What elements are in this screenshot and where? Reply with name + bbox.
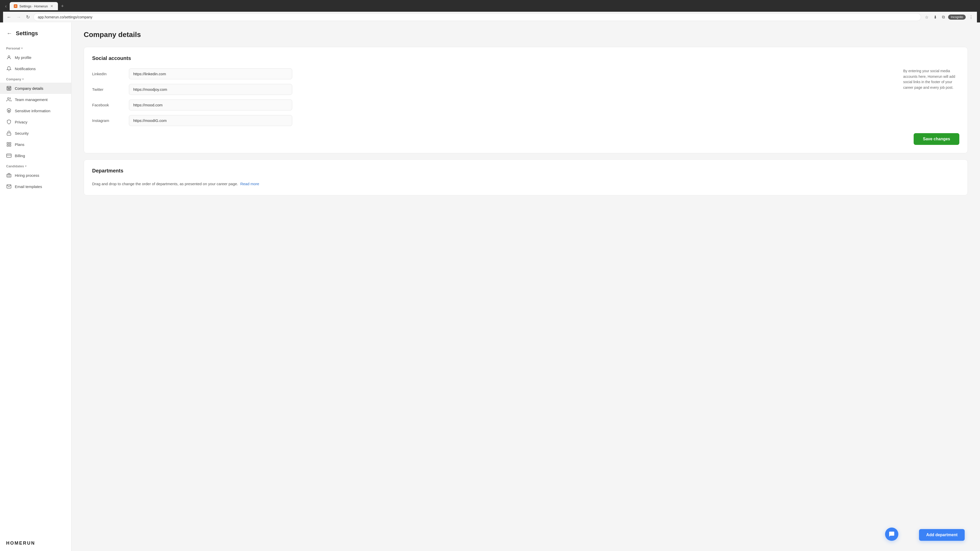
- candidates-section-label: Candidates ▾: [0, 161, 71, 170]
- sidebar-header: ← Settings: [0, 22, 71, 43]
- company-chevron: ▾: [22, 78, 24, 81]
- url-text: app.homerun.co/settings/company: [38, 15, 917, 19]
- grid-icon: [6, 141, 12, 147]
- tab-close-btn[interactable]: ✕: [50, 4, 54, 8]
- sidebar-item-team-management[interactable]: Team management: [0, 94, 71, 105]
- incognito-badge[interactable]: Incognito: [948, 14, 966, 20]
- add-department-button[interactable]: Add department: [919, 529, 965, 541]
- social-accounts-title: Social accounts: [92, 56, 959, 61]
- sidebar-item-security[interactable]: Security: [0, 127, 71, 139]
- tab-title: Settings · Homerun: [19, 4, 48, 8]
- company-section-label: Company ▾: [0, 74, 71, 83]
- candidates-chevron: ▾: [25, 165, 27, 168]
- sidebar-item-hiring-process[interactable]: Hiring process: [0, 170, 71, 181]
- active-tab[interactable]: H Settings · Homerun ✕: [10, 2, 58, 10]
- person-icon: [6, 55, 12, 60]
- address-bar[interactable]: app.homerun.co/settings/company: [33, 13, 921, 21]
- social-hint: By entering your social media accounts h…: [903, 68, 959, 126]
- departments-title: Departments: [92, 168, 959, 174]
- chat-button[interactable]: [885, 527, 898, 541]
- credit-card-icon: [6, 153, 12, 159]
- briefcase-icon: [6, 172, 12, 178]
- twitter-row: Twitter: [92, 84, 897, 95]
- forward-nav-btn[interactable]: →: [15, 14, 22, 21]
- departments-description: Drag and drop to change the order of dep…: [92, 181, 959, 187]
- people-icon: [6, 97, 12, 102]
- svg-point-0: [8, 56, 10, 57]
- browser-chrome: ‹ H Settings · Homerun ✕ + ← → ↻ app.hom…: [0, 0, 980, 22]
- social-accounts-form: LinkedIn Twitter Facebook Instagram: [92, 68, 959, 126]
- homerun-logo: HOMERUN: [0, 535, 71, 548]
- facebook-row: Facebook: [92, 100, 897, 110]
- twitter-label: Twitter: [92, 87, 123, 92]
- svg-rect-12: [7, 174, 11, 177]
- svg-rect-9: [10, 145, 11, 146]
- sidebar-item-plans[interactable]: Plans: [0, 139, 71, 150]
- social-accounts-card: Social accounts LinkedIn Twitter Faceboo…: [84, 47, 968, 153]
- instagram-row: Instagram: [92, 115, 897, 126]
- facebook-label: Facebook: [92, 103, 123, 107]
- bookmark-btn[interactable]: ☆: [923, 14, 930, 21]
- building-icon: [6, 86, 12, 91]
- split-view-btn[interactable]: ⧉: [940, 14, 947, 21]
- shield-lock-icon: [6, 108, 12, 114]
- tab-prev-btn[interactable]: ‹: [3, 3, 9, 10]
- svg-rect-6: [7, 143, 9, 144]
- sidebar-item-billing[interactable]: Billing: [0, 150, 71, 161]
- twitter-input[interactable]: [129, 84, 292, 95]
- back-button[interactable]: ←: [6, 30, 13, 37]
- personal-chevron: ▾: [21, 47, 23, 50]
- sidebar: ← Settings Personal ▾ My profile Notific…: [0, 22, 72, 551]
- app-layout: ← Settings Personal ▾ My profile Notific…: [0, 22, 980, 551]
- personal-section-label: Personal ▾: [0, 43, 71, 52]
- svg-rect-10: [6, 154, 11, 157]
- departments-card: Departments Drag and drop to change the …: [84, 159, 968, 195]
- sidebar-title: Settings: [16, 30, 38, 37]
- svg-rect-8: [7, 145, 9, 146]
- linkedin-row: LinkedIn: [92, 68, 897, 79]
- page-title: Company details: [84, 30, 968, 39]
- toolbar-icons: ☆ ⬇ ⧉ Incognito ⋮: [923, 14, 975, 21]
- sidebar-item-notifications[interactable]: Notifications: [0, 63, 71, 74]
- sidebar-item-my-profile[interactable]: My profile: [0, 52, 71, 63]
- sidebar-item-email-templates[interactable]: Email templates: [0, 181, 71, 192]
- sidebar-item-company-details[interactable]: Company details: [0, 83, 71, 94]
- browser-toolbar: ← → ↻ app.homerun.co/settings/company ☆ …: [3, 12, 977, 22]
- sidebar-item-privacy[interactable]: Privacy: [0, 116, 71, 127]
- download-btn[interactable]: ⬇: [932, 14, 939, 21]
- social-save-actions: Save changes: [92, 133, 959, 145]
- browser-tabs: ‹ H Settings · Homerun ✕ +: [3, 2, 977, 10]
- linkedin-input[interactable]: [129, 68, 292, 79]
- svg-rect-5: [7, 133, 11, 135]
- save-changes-button[interactable]: Save changes: [914, 133, 959, 145]
- back-nav-btn[interactable]: ←: [5, 14, 13, 21]
- instagram-label: Instagram: [92, 118, 123, 123]
- social-fields: LinkedIn Twitter Facebook Instagram: [92, 68, 897, 126]
- lock-icon: [6, 130, 12, 136]
- shield-icon: [6, 119, 12, 125]
- sidebar-item-sensitive-information[interactable]: Sensitive information: [0, 105, 71, 116]
- bell-icon: [6, 66, 12, 71]
- new-tab-btn[interactable]: +: [59, 3, 66, 10]
- read-more-link[interactable]: Read more: [240, 182, 259, 186]
- menu-btn[interactable]: ⋮: [967, 14, 975, 21]
- main-content: Company details Social accounts LinkedIn…: [72, 22, 980, 551]
- svg-point-2: [7, 98, 9, 100]
- facebook-input[interactable]: [129, 100, 292, 110]
- svg-rect-7: [10, 143, 11, 144]
- reload-btn[interactable]: ↻: [24, 13, 32, 21]
- envelope-icon: [6, 184, 12, 189]
- tab-favicon: H: [14, 4, 18, 8]
- linkedin-label: LinkedIn: [92, 72, 123, 76]
- instagram-input[interactable]: [129, 115, 292, 126]
